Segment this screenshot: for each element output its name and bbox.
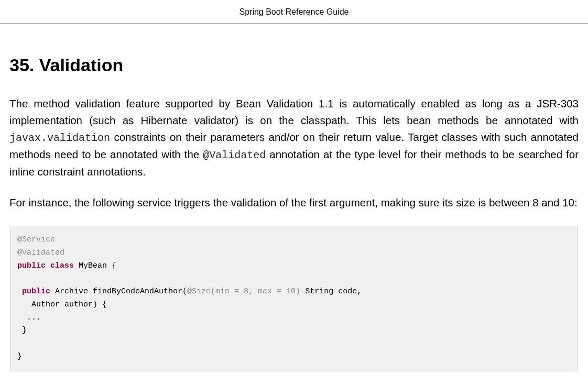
code-annotation-size: @Size bbox=[187, 287, 211, 296]
code-annotation-service: @Service bbox=[17, 235, 55, 244]
code-keyword-public: public bbox=[17, 261, 46, 270]
header-title: Spring Boot Reference Guide bbox=[239, 7, 349, 16]
code-line-5: Author author) { bbox=[17, 300, 107, 309]
para1-text-1: The method validation feature supported … bbox=[9, 97, 579, 126]
inline-code-javax-validation: javax.validation bbox=[9, 132, 110, 144]
page-header: Spring Boot Reference Guide bbox=[0, 0, 588, 24]
code-indent bbox=[17, 287, 22, 296]
content-area: 35. Validation The method validation fea… bbox=[0, 55, 588, 371]
paragraph-1: The method validation feature supported … bbox=[9, 95, 579, 180]
code-line-6: ... bbox=[17, 313, 41, 322]
paragraph-2: For instance, the following service trig… bbox=[9, 194, 579, 211]
code-line-8: } bbox=[17, 352, 22, 361]
code-method-sig-1: Archive findByCodeAndAuthor( bbox=[50, 287, 187, 296]
code-line-7: } bbox=[17, 326, 27, 335]
code-example: @Service @Validated public class MyBean … bbox=[10, 226, 578, 371]
code-method-sig-2: String code, bbox=[300, 287, 362, 296]
section-heading: 35. Validation bbox=[9, 55, 579, 75]
code-classname: MyBean { bbox=[74, 261, 116, 270]
code-keyword-public-2: public bbox=[22, 287, 50, 296]
code-keyword-class: class bbox=[50, 261, 74, 270]
inline-code-validated-annotation: @Validated bbox=[203, 149, 266, 161]
code-annotation-validated: @Validated bbox=[17, 248, 64, 257]
code-annotation-size-args: (min = 8, max = 10) bbox=[211, 287, 300, 296]
